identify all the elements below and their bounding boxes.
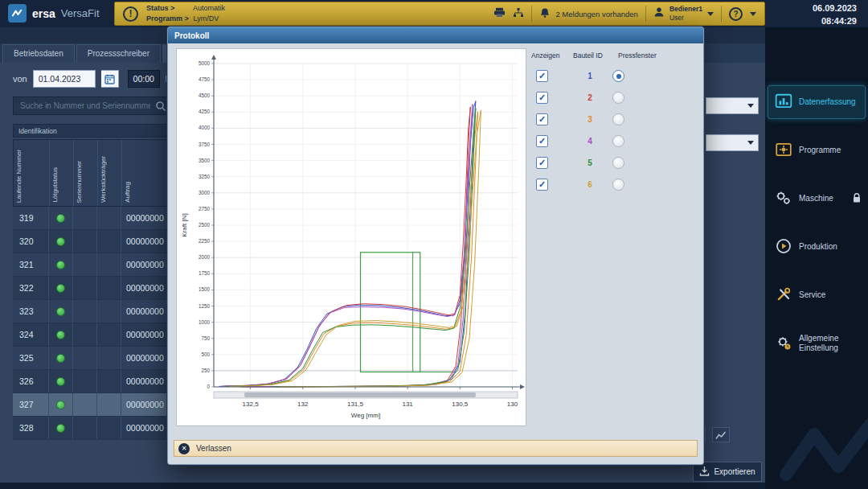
dialog-titlebar[interactable]: Protokoll [168,27,703,43]
messages-button[interactable]: 2 Meldungen vorhanden [539,7,637,20]
bauteil-id: 3 [583,115,596,124]
exportieren-button[interactable]: Exportieren [693,462,762,482]
tab-label: Prozessschreiber [88,49,149,58]
force-displacement-chart: 0250500750100012501500175020002250250027… [176,48,526,426]
tab-prozessschreiber[interactable]: Prozessschreiber [76,44,161,63]
pressfenster-radio[interactable] [612,157,624,169]
row-number: 323 [13,300,49,323]
bauteil-id: 1 [583,72,596,80]
chevron-down-icon[interactable] [750,12,756,16]
anzeigen-checkbox[interactable]: ✓ [536,70,548,82]
verlassen-button[interactable]: ✕ Verlassen [174,440,698,457]
column-header[interactable]: Laufende Nummer [14,140,50,206]
legend-row: ✓4 [531,130,702,152]
svg-text:4750: 4750 [199,76,211,82]
status-cell [49,370,73,392]
date-value: 06.09.2023 [813,2,857,15]
row-number: 326 [13,370,49,392]
svg-text:2500: 2500 [199,222,211,228]
legend-header-bauteil-id: Bauteil ID [573,51,618,60]
series-5 [225,109,476,387]
status-cell [49,393,73,416]
legend-row: ✓5 [531,152,702,174]
bauteil-id: 4 [583,137,596,146]
production-icon [775,237,792,257]
nav-sidebar: Datenerfassung Programme Maschine [765,27,868,489]
bauteil-id: 2 [583,93,596,102]
export-icon [699,466,710,478]
row-number: 325 [13,347,49,369]
status-ok-dot [56,331,65,339]
anzeigen-checkbox[interactable]: ✓ [536,113,548,125]
status-value: Automatik [193,4,225,12]
sidebar-label: Service [799,290,825,300]
sidebar-label: Maschine [799,194,833,203]
von-date-input[interactable] [33,70,96,88]
sidebar-label: Programme [799,146,841,155]
bar-chart-icon [775,92,792,112]
status-cell [49,417,73,439]
pressfenster-radio[interactable] [612,70,624,82]
status-ok-dot [56,377,65,386]
user-role: User [669,14,702,23]
filter-dropdown-1[interactable] [706,97,759,114]
legend-row: ✓1 [531,65,702,87]
von-time[interactable]: 00:00 [128,70,160,88]
sidebar-item-programme[interactable]: Programme [768,134,866,167]
printer-icon[interactable] [493,6,506,21]
search-icon[interactable] [155,101,166,115]
svg-text:2000: 2000 [199,254,211,260]
column-header[interactable]: Werkstückträger [98,140,122,206]
warning-icon: ! [123,6,138,22]
svg-text:131,5: 131,5 [347,401,364,408]
row-number: 324 [13,323,49,346]
sidebar-item-allgemeine-einstellung[interactable]: Allgemeine Einstellung [768,327,866,360]
brand: ersa VersaFit [8,4,100,23]
brand-name: ersa [32,7,55,20]
pressfenster-radio[interactable] [612,92,624,104]
chart-hscrollbar-thumb[interactable] [244,392,476,397]
divider [645,6,646,22]
pressfenster-radio[interactable] [612,179,624,191]
protokoll-chart: 0250500750100012501500175020002250250027… [177,49,526,425]
anzeigen-checkbox[interactable]: ✓ [536,157,548,169]
pressfenster-radio[interactable] [612,113,624,125]
sidebar-item-service[interactable]: Service [768,278,866,312]
anzeigen-checkbox[interactable]: ✓ [536,179,548,191]
status-ok-dot [56,237,65,246]
svg-text:1000: 1000 [199,319,211,325]
column-header[interactable]: Seriennummer [74,140,98,206]
bell-icon [539,7,551,20]
tab-label: Betriebsdaten [14,49,63,58]
series-legend: Anzeigen Bauteil ID Pressfenster ✓1✓2✓3✓… [531,51,702,195]
time-value: 08:44:29 [813,15,857,28]
column-header[interactable]: Lötgutstatus [50,140,74,206]
svg-text:2750: 2750 [199,206,211,212]
sidebar-item-maschine[interactable]: Maschine [768,182,866,216]
status-cell [49,230,73,253]
pressfenster-radio[interactable] [612,135,624,147]
row-number: 322 [13,277,49,299]
status-ok-dot [56,261,65,269]
top-bar: ersa VersaFit ! Status > Automatik Progr… [0,0,868,27]
graph-button[interactable] [712,427,730,442]
calendar-button[interactable] [101,70,119,88]
chevron-down-icon [707,12,714,16]
status-ok-dot [56,214,65,223]
filter-dropdown-2[interactable] [706,134,759,151]
product-name: VersaFit [61,7,100,19]
anzeigen-checkbox[interactable]: ✓ [536,92,548,104]
row-number: 328 [13,417,49,439]
network-icon[interactable] [513,6,524,21]
anzeigen-checkbox[interactable]: ✓ [536,135,548,147]
svg-text:4500: 4500 [199,92,211,98]
help-button[interactable]: ? [729,7,743,21]
tab-betriebsdaten[interactable]: Betriebsdaten [2,44,75,63]
user-menu[interactable]: Bediener1 User [653,5,714,22]
tools-icon [775,286,792,305]
search-input[interactable] [13,97,170,115]
sidebar-item-produktion[interactable]: Produktion [768,230,866,264]
sidebar-item-datenerfassung[interactable]: Datenerfassung [768,85,866,119]
svg-text:132: 132 [297,401,309,408]
status-cell [49,277,73,299]
